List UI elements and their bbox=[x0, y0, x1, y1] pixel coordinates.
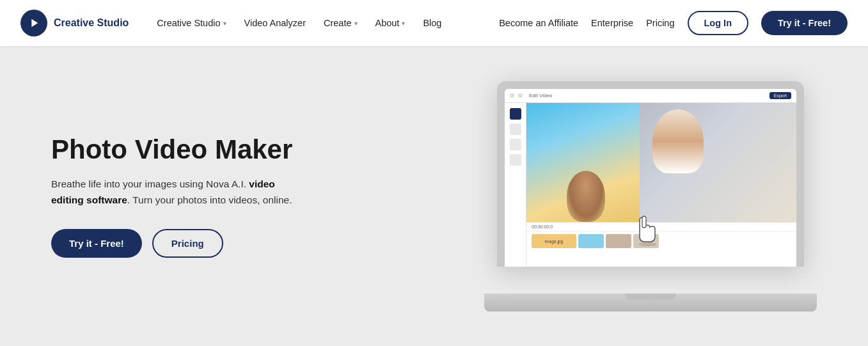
hero-visual: Edit Video Export bbox=[320, 81, 817, 311]
nav-item-creative-studio[interactable]: Creative Studio ▾ bbox=[149, 13, 233, 33]
nav-item-blog[interactable]: Blog bbox=[415, 13, 449, 33]
hero-actions: Try it - Free! Pricing bbox=[51, 229, 320, 258]
timeline-thumb-1 bbox=[578, 234, 604, 248]
timeline-track: image.jpg bbox=[526, 232, 796, 251]
sidebar-tool-icon bbox=[510, 139, 521, 150]
pricing-button-hero[interactable]: Pricing bbox=[152, 229, 223, 258]
screen-timeline: 00:30:00:0 image.jpg bbox=[526, 222, 796, 266]
timeline-main-thumb: image.jpg bbox=[532, 234, 576, 248]
timeline-thumb-2 bbox=[606, 234, 631, 248]
nav-pricing[interactable]: Pricing bbox=[646, 18, 674, 28]
svg-rect-1 bbox=[642, 216, 646, 228]
nav-left-items: Creative Studio ▾ Video Analyzer Create … bbox=[149, 13, 499, 33]
logo-icon bbox=[20, 10, 47, 36]
chevron-down-icon: ▾ bbox=[354, 20, 358, 27]
sidebar-tool-icon bbox=[510, 154, 521, 166]
sidebar-tool-icon bbox=[510, 123, 521, 135]
hero-description: Breathe life into your images using Nova… bbox=[51, 177, 294, 208]
screen-dot bbox=[518, 93, 523, 98]
screen-canvas: 00:30:00:0 image.jpg bbox=[526, 103, 796, 267]
screen-topbar: Edit Video Export bbox=[505, 89, 796, 103]
hero-title: Photo Video Maker bbox=[51, 134, 320, 165]
screen-dot bbox=[510, 93, 514, 98]
nav-item-video-analyzer[interactable]: Video Analyzer bbox=[237, 13, 313, 33]
nav-item-create[interactable]: Create ▾ bbox=[316, 13, 365, 33]
timeline-label: image.jpg bbox=[545, 239, 563, 244]
nav-item-about[interactable]: About ▾ bbox=[368, 13, 413, 33]
screen-sidebar bbox=[505, 103, 526, 267]
hero-content: Photo Video Maker Breathe life into your… bbox=[51, 134, 320, 258]
beach-photo bbox=[526, 103, 645, 223]
try-free-button-hero[interactable]: Try it - Free! bbox=[51, 229, 142, 258]
nav-right-items: Become an Affiliate Enterprise Pricing L… bbox=[499, 11, 848, 35]
nav-affiliate[interactable]: Become an Affiliate bbox=[499, 18, 578, 28]
laptop-illustration: Edit Video Export bbox=[484, 81, 817, 311]
laptop-notch bbox=[625, 294, 676, 300]
logo-link[interactable]: Creative Studio bbox=[20, 10, 129, 36]
login-button[interactable]: Log In bbox=[688, 11, 749, 35]
sidebar-tool-icon bbox=[510, 108, 521, 120]
timeline-time: 00:30:00:0 bbox=[532, 224, 553, 229]
hero-section: Photo Video Maker Breathe life into your… bbox=[0, 46, 868, 346]
cursor-hand-icon bbox=[631, 212, 661, 247]
laptop-base bbox=[484, 294, 817, 311]
svg-point-2 bbox=[638, 242, 656, 246]
chevron-down-icon: ▾ bbox=[402, 20, 405, 27]
screen-export-button[interactable]: Export bbox=[769, 92, 791, 99]
chevron-down-icon: ▾ bbox=[223, 20, 226, 27]
logo-text: Creative Studio bbox=[54, 17, 129, 29]
svg-marker-0 bbox=[31, 19, 38, 28]
try-free-button-nav[interactable]: Try it - Free! bbox=[761, 11, 848, 35]
woman-photo bbox=[640, 103, 796, 223]
navbar: Creative Studio Creative Studio ▾ Video … bbox=[0, 0, 868, 46]
nav-enterprise[interactable]: Enterprise bbox=[591, 18, 633, 28]
screen-title: Edit Video bbox=[529, 93, 552, 98]
timeline-controls: 00:30:00:0 bbox=[526, 223, 796, 232]
